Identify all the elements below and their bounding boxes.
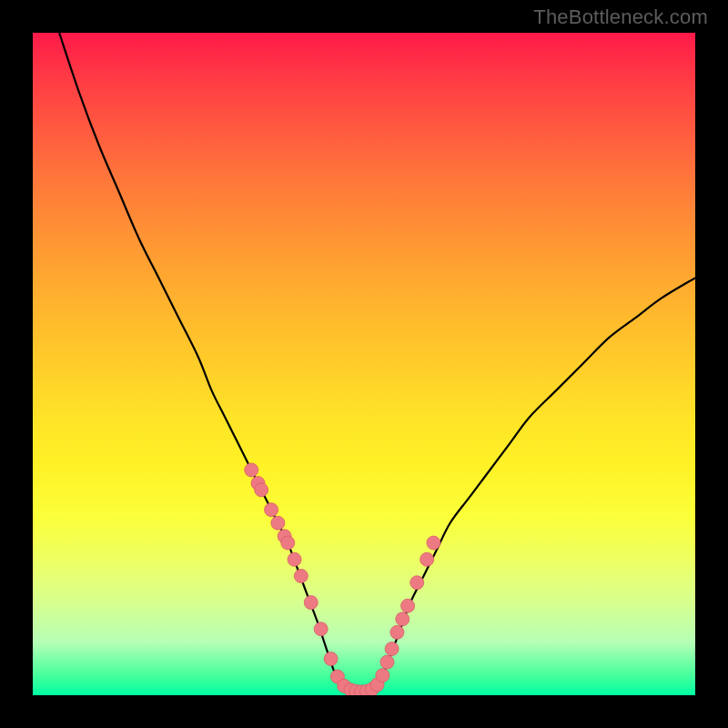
marker-point [420,552,434,566]
chart-frame: TheBottleneck.com [0,0,728,728]
marker-group [245,463,440,695]
marker-point [314,622,328,636]
marker-point [380,655,394,669]
marker-point [281,536,295,550]
curve-right-branch [382,278,695,675]
marker-point [288,552,301,566]
watermark-text: TheBottleneck.com [533,5,708,29]
marker-point [271,516,285,530]
marker-point [390,625,404,639]
marker-point [401,599,415,612]
marker-point [396,612,410,626]
marker-point [245,463,258,477]
plot-area [33,33,695,695]
marker-point [255,483,268,497]
marker-point [294,569,308,582]
curve-left-branch [59,33,336,675]
marker-point [304,596,318,610]
marker-point [324,652,338,665]
marker-point [427,536,440,550]
marker-point [385,642,399,656]
marker-point [265,503,278,517]
marker-point [410,576,424,590]
curve-layer [33,33,695,695]
marker-point [376,669,389,682]
